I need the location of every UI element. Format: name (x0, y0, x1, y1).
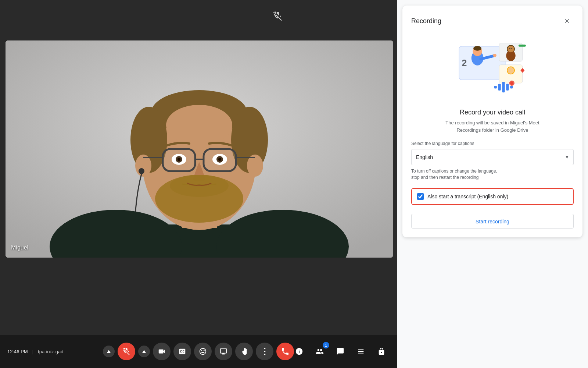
svg-point-36 (508, 46, 514, 52)
raise-hand-button[interactable] (235, 343, 253, 360)
emoji-button[interactable] (194, 343, 212, 360)
svg-rect-47 (506, 84, 509, 91)
record-subtitle: The recording will be saved in Miguel's … (411, 119, 574, 134)
svg-point-11 (139, 168, 144, 174)
chat-button[interactable] (332, 343, 348, 360)
transcript-row[interactable]: Also start a transcript (English only) (411, 188, 574, 205)
video-person-svg (6, 40, 393, 258)
toolbar-right: 1 (291, 343, 390, 360)
svg-point-20 (178, 158, 180, 161)
start-recording-button[interactable]: Start recording (411, 214, 574, 229)
transcript-label[interactable]: Also start a transcript (English only) (427, 194, 508, 199)
more-options-button[interactable]: ⋮ (256, 343, 273, 360)
svg-rect-48 (510, 86, 513, 88)
recording-illustration: 2 (411, 35, 574, 101)
svg-rect-45 (498, 84, 501, 91)
mute-mic-button[interactable] (118, 343, 135, 360)
svg-point-23 (218, 158, 221, 161)
svg-point-32 (493, 54, 496, 57)
language-select[interactable]: English Spanish French German Portuguese (411, 149, 574, 165)
svg-rect-44 (494, 86, 497, 88)
transcript-checkbox[interactable] (417, 193, 424, 200)
cam-arrow-button[interactable] (138, 346, 150, 357)
svg-point-31 (473, 46, 481, 51)
svg-point-38 (511, 48, 512, 49)
meeting-code: tpa-irdz-gad (38, 349, 63, 354)
captions-button[interactable] (173, 343, 191, 360)
panel-header: Recording (411, 14, 574, 28)
muted-mic-indicator (273, 11, 283, 24)
svg-point-9 (166, 105, 232, 145)
record-title: Record your video call (411, 109, 574, 116)
meeting-info-button[interactable] (291, 343, 307, 360)
video-container (6, 40, 393, 258)
people-badge: 1 (323, 342, 329, 348)
svg-point-42 (508, 67, 514, 74)
close-panel-button[interactable] (560, 14, 574, 28)
people-button[interactable]: 1 (312, 343, 328, 360)
language-select-wrapper: English Spanish French German Portuguese (411, 149, 574, 165)
svg-point-50 (510, 81, 513, 85)
svg-point-25 (170, 175, 229, 197)
panel-title: Recording (411, 17, 441, 25)
caption-hint: To turn off captions or change the langu… (411, 168, 574, 181)
activities-button[interactable] (353, 343, 369, 360)
svg-rect-39 (519, 45, 526, 46)
participant-name-label: Miguel (11, 244, 28, 251)
toolbar: 12:46 PM | tpa-irdz-gad (0, 335, 397, 368)
svg-rect-46 (502, 82, 505, 92)
video-feed (6, 40, 393, 258)
toggle-camera-button[interactable] (153, 343, 171, 360)
recording-panel: Recording (402, 6, 582, 237)
video-area: Miguel 12:46 PM | tpa-irdz-gad (0, 0, 397, 368)
toolbar-center: ⋮ (103, 343, 294, 360)
present-button[interactable] (215, 343, 232, 360)
meeting-time: 12:46 PM (7, 349, 28, 354)
caption-label: Select the language for captions (411, 141, 574, 146)
host-controls-button[interactable] (373, 343, 390, 360)
svg-point-37 (509, 48, 510, 49)
mic-arrow-button[interactable] (103, 346, 115, 357)
time-separator: | (32, 349, 33, 354)
svg-text:2: 2 (462, 58, 467, 68)
toolbar-left: 12:46 PM | tpa-irdz-gad (7, 349, 63, 354)
